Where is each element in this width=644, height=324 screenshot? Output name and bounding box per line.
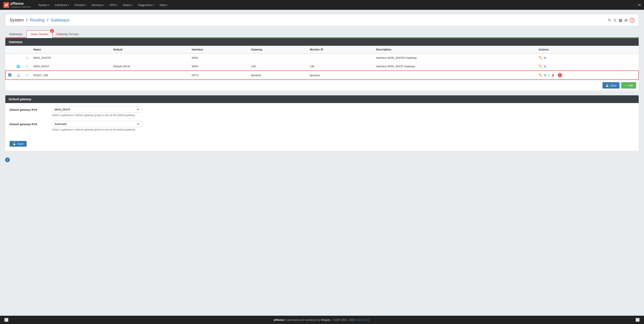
- save-icon: 💾: [606, 84, 609, 87]
- ipv6-row: Default gateway IPv6 Automatic WAN_DHCP6…: [10, 121, 634, 131]
- row3-description: [374, 71, 536, 80]
- tab-gateway-groups[interactable]: Gateway Groups: [52, 30, 83, 37]
- save-form-button[interactable]: 💾 Save: [10, 141, 26, 147]
- row2-copy-icon[interactable]: ⧉: [544, 64, 546, 68]
- row1-interface: WAN: [189, 53, 248, 62]
- row2-name: WAN_DHCP: [31, 62, 110, 71]
- default-gateway-header: Default gateway: [5, 95, 639, 103]
- save-table-button[interactable]: 💾 Save: [602, 82, 620, 89]
- footer-right-icon[interactable]: ⬜: [636, 318, 640, 322]
- navbar: pf pfSense COMMUNITY EDITION System ▾ In…: [0, 0, 644, 10]
- tab-gateways[interactable]: Gateways: [5, 30, 26, 37]
- footer-license-link[interactable]: View license.: [355, 319, 370, 322]
- row1-gateway: [248, 53, 307, 62]
- caret-icon: ▾: [48, 4, 50, 6]
- row1-description: Interface WAN_DHCP6 Gateway: [374, 53, 536, 62]
- row1-copy-icon[interactable]: ⧉: [544, 56, 546, 60]
- footer-center: pfSense is developed and maintained by N…: [8, 319, 636, 322]
- default-gateway-body: Default gateway IPv4 WAN_DHCP WAN_DHCP6 …: [5, 103, 639, 151]
- tabs: Gateways Static Routes 2 Gateway Groups: [5, 30, 639, 38]
- globe-icon: 🌐: [16, 65, 20, 68]
- circle-icon[interactable]: ⊙: [613, 18, 616, 22]
- col-default: Default: [110, 46, 189, 53]
- row2-actions: ✏️ ⧉: [536, 62, 638, 71]
- footer: ⬜ pfSense is developed and maintained by…: [0, 316, 644, 324]
- nav-firewall[interactable]: Firewall ▾: [72, 2, 88, 8]
- brand-edition: COMMUNITY EDITION: [10, 6, 30, 8]
- row3-copy-icon[interactable]: ⧉: [544, 73, 546, 77]
- breadcrumb-system: System: [10, 18, 24, 22]
- caret-icon: ▾: [166, 4, 168, 6]
- row2-description: Interface WAN_DHCP Gateway: [374, 62, 536, 71]
- row3-status-cell: ⊙: [23, 71, 31, 80]
- gateways-table-head: Name Default Interface Gateway Monitor I…: [6, 46, 638, 53]
- row3-delete-icon[interactable]: 🗑: [552, 73, 555, 77]
- footer-text: is developed and maintained by: [284, 319, 321, 322]
- row2-interface: WAN: [189, 62, 248, 71]
- col-checkbox: [6, 46, 14, 53]
- row1-actions: ✏️ ⧉: [536, 53, 638, 62]
- nav-status[interactable]: Status ▾: [120, 2, 135, 8]
- row2-checkbox-cell: [6, 62, 14, 71]
- footer-brand: pfSense: [274, 319, 284, 322]
- nav-help[interactable]: Help ▾: [157, 2, 170, 8]
- breadcrumb-routing[interactable]: Routing: [30, 18, 44, 22]
- brand-logo: pf: [4, 2, 9, 8]
- nav-services[interactable]: Services ▾: [89, 2, 107, 8]
- breadcrumb-gateways[interactable]: Gateways: [51, 18, 70, 22]
- row3-edit-icon[interactable]: ✏️: [538, 73, 543, 77]
- row2-anchor-cell: 🌐: [14, 62, 23, 71]
- default-gateway-card: Default gateway Default gateway IPv4 WAN…: [5, 95, 639, 151]
- add-gateway-button[interactable]: ＋ Add: [621, 82, 636, 89]
- bar-chart-icon[interactable]: ▦: [619, 18, 622, 22]
- form-save-row: 💾 Save: [5, 139, 639, 151]
- ipv6-select[interactable]: Automatic WAN_DHCP6 None: [52, 121, 142, 127]
- table-row: 🌐 ⊙ WAN_DHCP Default (IPv4) WAN 136. 136…: [6, 62, 638, 71]
- col-name: Name: [31, 46, 110, 53]
- ipv4-select[interactable]: WAN_DHCP WAN_DHCP6 IPSEC_GW None: [52, 106, 142, 113]
- caret-icon: ▾: [103, 4, 104, 6]
- nav-diagnostics[interactable]: Diagnostics ▾: [136, 2, 157, 8]
- info-icon[interactable]: i: [5, 158, 10, 162]
- caret-icon: ▾: [85, 4, 86, 6]
- default-gateway-title: Default gateway: [9, 97, 32, 101]
- footer-maintainer: Netgate: [321, 319, 330, 322]
- gateways-card-header: Gateways: [5, 38, 639, 46]
- nav-system[interactable]: System ▾: [36, 2, 52, 8]
- tab-static-routes-label: Static Routes: [30, 32, 48, 36]
- row3-interface: OPT1: [189, 71, 248, 80]
- logout-button[interactable]: ⇥: [638, 2, 640, 7]
- breadcrumb-sep2: /: [47, 18, 50, 22]
- row3-name: IPSEC_GW: [31, 71, 110, 80]
- col-description: Description: [374, 46, 536, 53]
- footer-left-icon[interactable]: ⬜: [4, 318, 8, 322]
- add-label: Add: [628, 84, 633, 87]
- row2-edit-icon[interactable]: ✏️: [538, 64, 543, 68]
- row3-checkbox[interactable]: [8, 73, 11, 76]
- tab-static-routes[interactable]: Static Routes 2: [26, 30, 52, 38]
- row3-disable-icon[interactable]: ⊘: [548, 73, 550, 77]
- save-form-icon: 💾: [12, 142, 16, 145]
- row1-action-icons: ✏️ ⧉: [538, 56, 636, 60]
- ipv4-row: Default gateway IPv4 WAN_DHCP WAN_DHCP6 …: [10, 106, 634, 117]
- refresh-icon[interactable]: ↻: [608, 18, 611, 22]
- footer-copyright: . © ESF 2004 - 2024: [331, 319, 355, 322]
- help-icon[interactable]: ?: [630, 18, 634, 22]
- gateways-title: Gateways: [9, 40, 22, 44]
- breadcrumb-sep1: /: [26, 18, 28, 22]
- table-row: ⊙ WAN_DHCP6 WAN Interface WAN_DHCP6 Gate…: [6, 53, 638, 62]
- gateways-table: Name Default Interface Gateway Monitor I…: [5, 46, 639, 80]
- tab-gateway-groups-label: Gateway Groups: [56, 32, 79, 36]
- nav-vpn[interactable]: VPN ▾: [107, 2, 120, 8]
- row1-status-icon: ⊙: [26, 56, 28, 60]
- nav-interfaces[interactable]: Interfaces ▾: [52, 2, 72, 8]
- table-icon[interactable]: ⊞: [624, 18, 628, 22]
- row2-gateway: 136.: [248, 62, 307, 71]
- plus-icon: ＋: [624, 83, 627, 87]
- col-gateway: Gateway: [248, 46, 307, 53]
- brand-name: pfSense: [10, 1, 30, 5]
- ipv4-help: Select a gateway or failover gateway gro…: [52, 114, 159, 117]
- row1-edit-icon[interactable]: ✏️: [538, 56, 543, 60]
- content-wrap: System / Routing / Gateways ↻ ⊙ ▦ ⊞ ? Ga…: [0, 10, 644, 316]
- row3-gateway: dynamic: [248, 71, 307, 80]
